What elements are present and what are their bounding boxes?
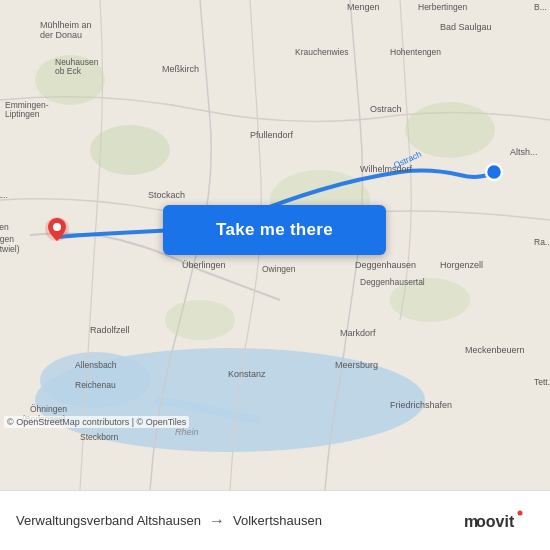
svg-text:Rhein: Rhein	[175, 427, 199, 437]
svg-text:Stockach: Stockach	[148, 190, 185, 200]
take-me-there-button[interactable]: Take me there	[163, 205, 386, 255]
svg-text:Horgenzell: Horgenzell	[440, 260, 483, 270]
svg-point-54	[486, 164, 502, 180]
svg-text:Krauchenwies: Krauchenwies	[295, 47, 348, 57]
svg-text:Mühlheim an: Mühlheim an	[40, 20, 92, 30]
footer-route-info: Verwaltungsverband Altshausen → Volkerts…	[16, 512, 322, 530]
svg-text:Öhningen: Öhningen	[30, 404, 67, 414]
svg-point-3	[90, 125, 170, 175]
svg-point-57	[518, 510, 523, 515]
map-attribution: © OpenStreetMap contributors | © OpenTil…	[4, 416, 189, 428]
map-container: Mühlheim an der Donau Meßkirch Bad Saulg…	[0, 0, 550, 490]
svg-text:Deggenhausertal: Deggenhausertal	[360, 277, 425, 287]
svg-text:Allensbach: Allensbach	[75, 360, 117, 370]
svg-text:Owingen: Owingen	[262, 264, 296, 274]
svg-text:ngen: ngen	[0, 234, 14, 244]
moovit-logo: m oovit	[464, 509, 534, 533]
svg-text:ob Eck: ob Eck	[55, 66, 82, 76]
svg-text:ntwiel): ntwiel)	[0, 244, 20, 254]
origin-label: Verwaltungsverband Altshausen	[16, 513, 201, 528]
svg-text:Meßkirch: Meßkirch	[162, 64, 199, 74]
svg-text:Ra...: Ra...	[534, 237, 550, 247]
svg-text:Meckenbeuern: Meckenbeuern	[465, 345, 525, 355]
svg-text:der Donau: der Donau	[40, 30, 82, 40]
svg-text:Deggenhausen: Deggenhausen	[355, 260, 416, 270]
svg-text:A...: A...	[0, 190, 8, 200]
footer: Verwaltungsverband Altshausen → Volkerts…	[0, 490, 550, 550]
route-arrow-icon: →	[209, 512, 225, 530]
svg-text:Hohentengen: Hohentengen	[390, 47, 441, 57]
svg-text:Überlingen: Überlingen	[182, 260, 226, 270]
svg-text:sen: sen	[0, 222, 9, 232]
svg-point-53	[53, 223, 61, 231]
svg-text:Meersburg: Meersburg	[335, 360, 378, 370]
svg-text:Friedrichshafen: Friedrichshafen	[390, 400, 452, 410]
svg-text:Ostrach: Ostrach	[370, 104, 402, 114]
svg-text:Mengen: Mengen	[347, 2, 380, 12]
svg-text:Altsh...: Altsh...	[510, 147, 538, 157]
svg-point-6	[165, 300, 235, 340]
svg-text:Konstanz: Konstanz	[228, 369, 266, 379]
svg-text:Tett...: Tett...	[534, 377, 550, 387]
svg-text:B...: B...	[534, 2, 547, 12]
svg-text:oovit: oovit	[476, 513, 515, 530]
svg-text:Bad Saulgau: Bad Saulgau	[440, 22, 492, 32]
svg-text:Liptingen: Liptingen	[5, 109, 40, 119]
destination-label: Volkertshausen	[233, 513, 322, 528]
svg-text:Steckborn: Steckborn	[80, 432, 119, 442]
svg-text:Reichenau: Reichenau	[75, 380, 116, 390]
svg-text:Radolfzell: Radolfzell	[90, 325, 130, 335]
svg-text:Markdorf: Markdorf	[340, 328, 376, 338]
svg-text:Pfullendorf: Pfullendorf	[250, 130, 294, 140]
svg-text:Herbertingen: Herbertingen	[418, 2, 467, 12]
